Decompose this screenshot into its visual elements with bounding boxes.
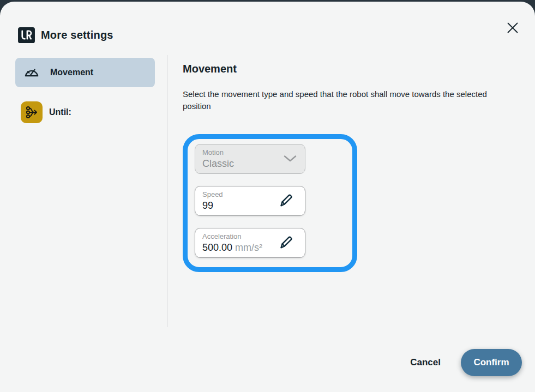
edit-pencil-icon[interactable]: [278, 192, 294, 210]
more-settings-dialog: More settings Movement: [0, 2, 535, 392]
confirm-button[interactable]: Confirm: [461, 349, 522, 376]
sidebar-item-until[interactable]: Until:: [15, 101, 155, 123]
acceleration-field[interactable]: Acceleration 500.00 mm/s²: [195, 228, 305, 258]
sidebar-item-label: Movement: [50, 68, 93, 77]
close-icon[interactable]: [506, 21, 520, 35]
motion-select: Motion Classic: [195, 144, 305, 174]
panel-description: Select the movement type and speed that …: [183, 88, 507, 112]
main-panel: Movement Select the movement type and sp…: [167, 51, 535, 272]
sidebar: Movement Until:: [0, 51, 167, 123]
sidebar-item-movement[interactable]: Movement: [15, 58, 155, 87]
dialog-footer: Cancel Confirm: [410, 349, 522, 376]
branch-merge-icon: [21, 101, 43, 123]
speed-field[interactable]: Speed 99: [195, 186, 305, 216]
cancel-button[interactable]: Cancel: [410, 357, 441, 368]
dialog-body: Movement Until: Moveme: [0, 51, 535, 272]
panel-heading: Movement: [183, 63, 519, 75]
highlight-callout-box: Motion Classic Speed 99: [183, 134, 357, 272]
dialog-title: More settings: [41, 29, 113, 41]
edit-pencil-icon[interactable]: [278, 234, 294, 252]
gauge-icon: [24, 65, 39, 80]
acceleration-unit: mm/s²: [235, 242, 262, 253]
dialog-header: More settings: [0, 2, 535, 51]
sidebar-item-label: Until:: [49, 107, 71, 117]
ur-logo-icon: [18, 27, 35, 43]
chevron-down-icon: [284, 154, 297, 164]
sidebar-divider: [167, 55, 168, 327]
